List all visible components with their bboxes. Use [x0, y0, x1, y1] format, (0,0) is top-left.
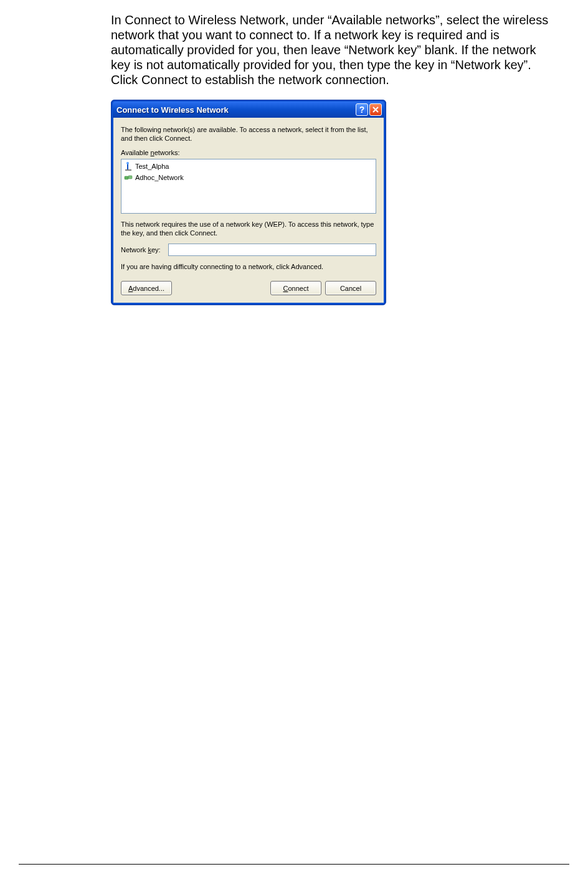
difficulty-text: If you are having difficulty connecting … [121, 262, 376, 271]
connect-button[interactable]: Connect [270, 281, 321, 295]
label-part: ey: [151, 246, 161, 254]
network-key-input[interactable] [168, 244, 376, 256]
network-key-row: Network key: [121, 244, 376, 256]
instruction-paragraph: In Connect to Wireless Network, under “A… [111, 12, 553, 87]
dialog-intro-text: The following network(s) are available. … [121, 125, 376, 143]
cancel-button[interactable]: Cancel [325, 281, 376, 295]
available-networks-listbox[interactable]: Test_Alpha Adhoc_Network [121, 159, 376, 214]
label-part: etworks: [154, 149, 180, 156]
svg-rect-2 [125, 169, 131, 171]
close-button[interactable] [369, 103, 382, 116]
close-icon [372, 104, 379, 115]
dialog-title: Connect to Wireless Network [116, 105, 356, 115]
network-name: Adhoc_Network [135, 174, 184, 181]
connect-wireless-dialog: Connect to Wireless Network ? The follow… [111, 100, 386, 305]
advanced-button[interactable]: Advanced... [121, 281, 172, 295]
svg-rect-3 [125, 176, 128, 179]
svg-point-1 [126, 162, 129, 164]
svg-rect-4 [128, 176, 132, 179]
infrastructure-network-icon [124, 162, 133, 171]
available-networks-label: Available networks: [121, 149, 376, 156]
label-part: Network [121, 246, 148, 254]
label-part: Available [121, 149, 151, 156]
button-label-rest: onnect [288, 285, 308, 292]
titlebar-button-group: ? [356, 103, 382, 116]
right-button-group: Connect Cancel [270, 281, 376, 295]
button-label-rest: dvanced... [133, 285, 164, 292]
network-key-label: Network key: [121, 246, 161, 254]
dialog-body: The following network(s) are available. … [113, 118, 384, 303]
dialog-titlebar[interactable]: Connect to Wireless Network ? [113, 102, 384, 118]
network-list-item[interactable]: Test_Alpha [124, 161, 373, 172]
wep-requirement-text: This network requires the use of a netwo… [121, 220, 376, 237]
dialog-button-row: Advanced... Connect Cancel [121, 281, 376, 295]
adhoc-network-icon [124, 173, 133, 182]
network-name: Test_Alpha [135, 163, 169, 170]
page-footer-rule [19, 864, 569, 865]
help-icon: ? [359, 105, 365, 115]
network-list-item[interactable]: Adhoc_Network [124, 172, 373, 183]
help-button[interactable]: ? [356, 103, 368, 116]
